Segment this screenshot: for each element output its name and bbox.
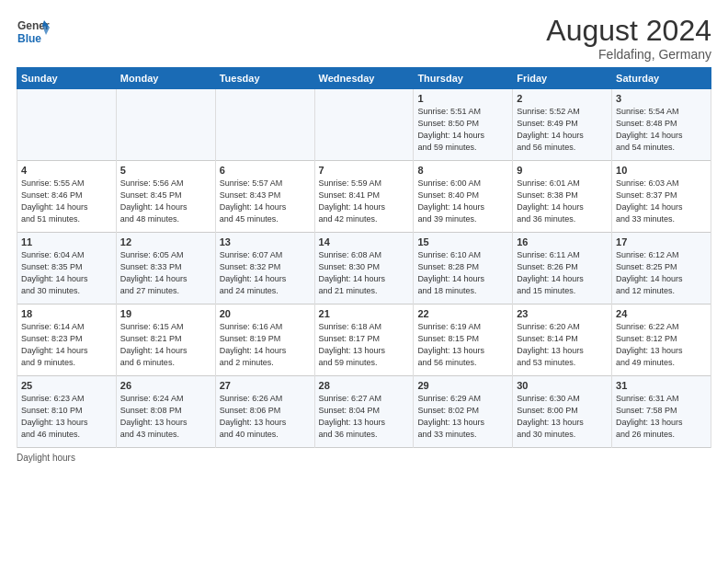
day-info: Sunrise: 6:11 AM Sunset: 8:26 PM Dayligh… [517, 249, 608, 297]
calendar-cell: 18Sunrise: 6:14 AM Sunset: 8:23 PM Dayli… [17, 304, 117, 376]
calendar-table: SundayMondayTuesdayWednesdayThursdayFrid… [17, 67, 711, 448]
calendar-header-row: SundayMondayTuesdayWednesdayThursdayFrid… [17, 68, 711, 89]
calendar-cell: 31Sunrise: 6:31 AM Sunset: 7:58 PM Dayli… [612, 376, 711, 448]
calendar-cell: 2Sunrise: 5:52 AM Sunset: 8:49 PM Daylig… [513, 89, 612, 161]
day-number: 2 [517, 93, 608, 104]
day-number: 12 [120, 236, 211, 247]
day-info: Sunrise: 6:03 AM Sunset: 8:37 PM Dayligh… [616, 178, 707, 225]
calendar-cell [215, 89, 314, 161]
calendar-cell: 7Sunrise: 5:59 AM Sunset: 8:41 PM Daylig… [314, 161, 414, 233]
day-number: 26 [120, 380, 211, 391]
col-header-monday: Monday [116, 68, 215, 89]
calendar-cell [314, 89, 414, 161]
day-info: Sunrise: 6:24 AM Sunset: 8:08 PM Dayligh… [120, 393, 211, 441]
footer-note: Daylight hours [17, 453, 711, 463]
day-info: Sunrise: 6:31 AM Sunset: 7:58 PM Dayligh… [616, 393, 707, 441]
col-header-thursday: Thursday [414, 68, 513, 89]
col-header-wednesday: Wednesday [314, 68, 414, 89]
calendar-cell: 29Sunrise: 6:29 AM Sunset: 8:02 PM Dayli… [414, 376, 513, 448]
calendar-week-row: 11Sunrise: 6:04 AM Sunset: 8:35 PM Dayli… [17, 233, 711, 304]
day-number: 17 [616, 236, 707, 247]
day-info: Sunrise: 6:30 AM Sunset: 8:00 PM Dayligh… [517, 393, 608, 441]
day-number: 18 [21, 308, 112, 319]
calendar-week-row: 18Sunrise: 6:14 AM Sunset: 8:23 PM Dayli… [17, 304, 711, 376]
calendar-week-row: 1Sunrise: 5:51 AM Sunset: 8:50 PM Daylig… [17, 89, 711, 161]
day-info: Sunrise: 6:14 AM Sunset: 8:23 PM Dayligh… [21, 321, 112, 369]
day-number: 11 [21, 236, 112, 247]
logo-icon: General Blue [17, 15, 50, 48]
header: General Blue August 2024 Feldafing, Germ… [17, 15, 711, 62]
calendar-week-row: 25Sunrise: 6:23 AM Sunset: 8:10 PM Dayli… [17, 376, 711, 448]
calendar-cell: 30Sunrise: 6:30 AM Sunset: 8:00 PM Dayli… [513, 376, 612, 448]
day-number: 28 [319, 380, 410, 391]
col-header-saturday: Saturday [612, 68, 711, 89]
day-number: 19 [120, 308, 211, 319]
calendar-cell: 17Sunrise: 6:12 AM Sunset: 8:25 PM Dayli… [612, 233, 711, 304]
day-number: 29 [417, 380, 508, 391]
calendar-cell: 23Sunrise: 6:20 AM Sunset: 8:14 PM Dayli… [513, 304, 612, 376]
day-number: 10 [616, 165, 707, 176]
day-number: 13 [220, 236, 311, 247]
calendar-cell: 12Sunrise: 6:05 AM Sunset: 8:33 PM Dayli… [116, 233, 215, 304]
calendar-cell: 11Sunrise: 6:04 AM Sunset: 8:35 PM Dayli… [17, 233, 117, 304]
calendar-cell: 28Sunrise: 6:27 AM Sunset: 8:04 PM Dayli… [314, 376, 414, 448]
day-number: 20 [220, 308, 311, 319]
calendar-cell: 24Sunrise: 6:22 AM Sunset: 8:12 PM Dayli… [612, 304, 711, 376]
calendar-cell: 14Sunrise: 6:08 AM Sunset: 8:30 PM Dayli… [314, 233, 414, 304]
calendar-cell: 1Sunrise: 5:51 AM Sunset: 8:50 PM Daylig… [414, 89, 513, 161]
calendar-cell: 9Sunrise: 6:01 AM Sunset: 8:38 PM Daylig… [513, 161, 612, 233]
calendar-cell: 22Sunrise: 6:19 AM Sunset: 8:15 PM Dayli… [414, 304, 513, 376]
day-info: Sunrise: 6:16 AM Sunset: 8:19 PM Dayligh… [220, 321, 311, 369]
day-number: 27 [220, 380, 311, 391]
day-number: 8 [417, 165, 508, 176]
day-number: 4 [21, 165, 112, 176]
day-info: Sunrise: 6:01 AM Sunset: 8:38 PM Dayligh… [517, 178, 608, 225]
day-number: 21 [319, 308, 410, 319]
calendar-cell: 19Sunrise: 6:15 AM Sunset: 8:21 PM Dayli… [116, 304, 215, 376]
day-number: 15 [417, 236, 508, 247]
day-info: Sunrise: 6:19 AM Sunset: 8:15 PM Dayligh… [417, 321, 508, 369]
day-number: 6 [220, 165, 311, 176]
calendar-cell [116, 89, 215, 161]
calendar-cell: 15Sunrise: 6:10 AM Sunset: 8:28 PM Dayli… [414, 233, 513, 304]
day-info: Sunrise: 6:18 AM Sunset: 8:17 PM Dayligh… [319, 321, 410, 369]
day-number: 31 [616, 380, 707, 391]
calendar-cell: 25Sunrise: 6:23 AM Sunset: 8:10 PM Dayli… [17, 376, 117, 448]
col-header-tuesday: Tuesday [215, 68, 314, 89]
day-number: 3 [616, 93, 707, 104]
svg-text:Blue: Blue [17, 32, 41, 45]
calendar-cell: 8Sunrise: 6:00 AM Sunset: 8:40 PM Daylig… [414, 161, 513, 233]
day-info: Sunrise: 6:27 AM Sunset: 8:04 PM Dayligh… [319, 393, 410, 441]
calendar-cell: 26Sunrise: 6:24 AM Sunset: 8:08 PM Dayli… [116, 376, 215, 448]
logo: General Blue [17, 15, 51, 48]
day-info: Sunrise: 6:29 AM Sunset: 8:02 PM Dayligh… [417, 393, 508, 441]
calendar-cell: 3Sunrise: 5:54 AM Sunset: 8:48 PM Daylig… [612, 89, 711, 161]
calendar-cell [17, 89, 117, 161]
day-number: 24 [616, 308, 707, 319]
day-info: Sunrise: 6:12 AM Sunset: 8:25 PM Dayligh… [616, 249, 707, 297]
day-number: 25 [21, 380, 112, 391]
day-info: Sunrise: 6:07 AM Sunset: 8:32 PM Dayligh… [220, 249, 311, 297]
day-number: 30 [517, 380, 608, 391]
title-block: August 2024 Feldafing, Germany [546, 15, 711, 62]
calendar-cell: 13Sunrise: 6:07 AM Sunset: 8:32 PM Dayli… [215, 233, 314, 304]
page: General Blue August 2024 Feldafing, Germ… [0, 0, 728, 472]
day-info: Sunrise: 5:57 AM Sunset: 8:43 PM Dayligh… [220, 178, 311, 225]
day-info: Sunrise: 6:20 AM Sunset: 8:14 PM Dayligh… [517, 321, 608, 369]
day-info: Sunrise: 6:15 AM Sunset: 8:21 PM Dayligh… [120, 321, 211, 369]
day-info: Sunrise: 6:05 AM Sunset: 8:33 PM Dayligh… [120, 249, 211, 297]
day-info: Sunrise: 6:00 AM Sunset: 8:40 PM Dayligh… [417, 178, 508, 225]
col-header-friday: Friday [513, 68, 612, 89]
day-info: Sunrise: 5:51 AM Sunset: 8:50 PM Dayligh… [417, 106, 508, 154]
day-number: 16 [517, 236, 608, 247]
day-number: 5 [120, 165, 211, 176]
calendar-cell: 4Sunrise: 5:55 AM Sunset: 8:46 PM Daylig… [17, 161, 117, 233]
day-info: Sunrise: 6:23 AM Sunset: 8:10 PM Dayligh… [21, 393, 112, 441]
calendar-cell: 10Sunrise: 6:03 AM Sunset: 8:37 PM Dayli… [612, 161, 711, 233]
day-info: Sunrise: 5:52 AM Sunset: 8:49 PM Dayligh… [517, 106, 608, 154]
location-subtitle: Feldafing, Germany [546, 47, 711, 62]
day-number: 7 [319, 165, 410, 176]
day-info: Sunrise: 5:59 AM Sunset: 8:41 PM Dayligh… [319, 178, 410, 225]
day-info: Sunrise: 5:54 AM Sunset: 8:48 PM Dayligh… [616, 106, 707, 154]
day-number: 9 [517, 165, 608, 176]
